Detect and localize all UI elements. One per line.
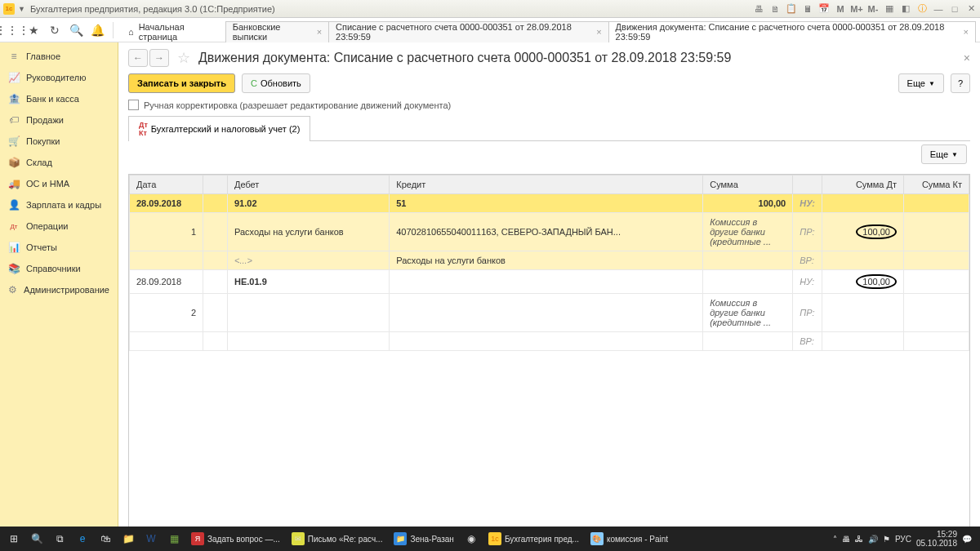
cell-sumdt: 100,00 xyxy=(822,213,904,251)
sidebar-item-label: Зарплата и кадры xyxy=(26,200,101,210)
mail-icon: ✉ xyxy=(292,532,305,545)
taskview-button[interactable]: ⧉ xyxy=(49,528,70,549)
tab-movements[interactable]: Движения документа: Списание с расчетног… xyxy=(608,21,976,42)
maximize-icon[interactable]: □ xyxy=(949,3,960,15)
table-row[interactable]: 2 Комиссия в другие банки (кредитные ...… xyxy=(130,294,969,332)
dropdown-icon[interactable]: ▼ xyxy=(18,5,25,13)
nav-back-button[interactable]: ← xyxy=(128,49,148,67)
cell-date: 28.09.2018 xyxy=(130,270,203,294)
tray-volume-icon[interactable]: 🔊 xyxy=(868,535,878,544)
tray-flag-icon[interactable]: ⚑ xyxy=(883,535,890,544)
sidebar-item-main[interactable]: ≡Главное xyxy=(0,46,118,67)
tray-chevron-icon[interactable]: ˄ xyxy=(833,535,837,544)
table-row[interactable]: 28.09.2018 НЕ.01.9 НУ: 100,00 xyxy=(130,270,969,294)
table-row[interactable]: ВР: xyxy=(130,332,969,351)
tray-lang[interactable]: РУС xyxy=(895,535,911,544)
apps-grid-icon[interactable]: ⋮⋮⋮ xyxy=(5,23,20,38)
refresh-button[interactable]: СОбновить xyxy=(242,73,310,93)
tray-printer-icon[interactable]: 🖶 xyxy=(842,535,850,544)
cell-credit-more: Расходы на услуги банков xyxy=(390,251,703,270)
sidebar-item-warehouse[interactable]: 📦Склад xyxy=(0,152,118,173)
save-close-button[interactable]: Записать и закрыть xyxy=(128,73,235,93)
nav-tabs: ⌂ Начальная страница Банковские выписки … xyxy=(122,18,975,42)
th-sumkt[interactable]: Сумма Кт xyxy=(904,176,969,194)
grid-icon[interactable]: ▦ xyxy=(884,3,895,15)
cell-debit: 91.02 xyxy=(228,194,390,213)
table-row[interactable]: <...> Расходы на услуги банков ВР: xyxy=(130,251,969,270)
store-icon[interactable]: 🛍 xyxy=(95,528,116,549)
search-button[interactable]: 🔍 xyxy=(26,528,47,549)
sidebar-item-manager[interactable]: 📈Руководителю xyxy=(0,67,118,88)
app-icon[interactable]: ▦ xyxy=(163,528,185,549)
sidebar-item-label: Склад xyxy=(26,158,52,167)
task-app[interactable]: ✉Письмо «Re: расч... xyxy=(287,528,388,549)
more-button[interactable]: Еще▼ xyxy=(898,73,944,93)
task-label: Задать вопрос —... xyxy=(207,535,280,544)
task-app[interactable]: 📁Зена-Разан xyxy=(389,528,458,549)
favorite-icon[interactable]: ★ xyxy=(26,23,41,38)
th-credit[interactable]: Кредит xyxy=(390,176,703,194)
tab-close-icon[interactable]: × xyxy=(596,27,601,37)
sidebar-item-admin[interactable]: ⚙Администрирование xyxy=(0,279,118,300)
word-icon[interactable]: W xyxy=(140,528,162,549)
sidebar-item-sales[interactable]: 🏷Продажи xyxy=(0,109,118,131)
panel-icon[interactable]: ◧ xyxy=(900,3,911,15)
titlebar: 1c ▼ Бухгалтерия предприятия, редакция 3… xyxy=(0,0,980,18)
main-toolbar: ⋮⋮⋮ ★ ↻ 🔍 🔔 ⌂ Начальная страница Банковс… xyxy=(0,18,980,42)
tab-writeoff[interactable]: Списание с расчетного счета 0000-000351 … xyxy=(328,21,609,42)
history-icon[interactable]: ↻ xyxy=(47,23,62,38)
tray-network-icon[interactable]: 🖧 xyxy=(855,535,863,544)
sidebar-item-operations[interactable]: ДтОперации xyxy=(0,216,118,237)
table-row[interactable]: 28.09.2018 91.02 51 100,00 НУ: xyxy=(130,194,969,213)
app-logo-icon: 1c xyxy=(3,3,15,15)
help-button[interactable]: ? xyxy=(951,73,970,93)
tray-clock[interactable]: 15:29 05.10.2018 xyxy=(916,530,957,548)
edge-icon[interactable]: e xyxy=(72,528,93,549)
tab-close-icon[interactable]: × xyxy=(964,27,969,37)
info-icon[interactable]: ⓘ xyxy=(916,3,928,15)
nav-forward-button[interactable]: → xyxy=(149,49,169,67)
manual-edit-checkbox[interactable] xyxy=(128,100,139,110)
button-label: Обновить xyxy=(261,78,301,88)
favorite-star-icon[interactable]: ☆ xyxy=(177,49,190,67)
table-row[interactable]: 1 Расходы на услуги банков 4070281065504… xyxy=(130,213,969,251)
tab-bank-statements[interactable]: Банковские выписки × xyxy=(225,21,329,42)
sidebar-item-directories[interactable]: 📚Справочники xyxy=(0,258,118,279)
close-icon[interactable]: ✕ xyxy=(965,3,977,15)
m-icon[interactable]: M xyxy=(835,3,846,15)
tab-home[interactable]: ⌂ Начальная страница xyxy=(122,21,226,42)
calc-icon[interactable]: 🖩 xyxy=(802,3,813,15)
start-button[interactable]: ⊞ xyxy=(3,528,24,549)
doc-icon[interactable]: 🗎 xyxy=(769,3,781,15)
tab-label: Начальная страница xyxy=(139,22,220,42)
sidebar-item-assets[interactable]: 🚚ОС и НМА xyxy=(0,173,118,194)
table-more-button[interactable]: Еще▼ xyxy=(921,144,967,164)
tab-close-icon[interactable]: × xyxy=(317,27,322,37)
sidebar-item-reports[interactable]: 📊Отчеты xyxy=(0,237,118,258)
sidebar-item-purchases[interactable]: 🛒Покупки xyxy=(0,131,118,152)
cell-vr: ВР: xyxy=(793,251,822,270)
th-date[interactable]: Дата xyxy=(130,176,203,194)
th-sumdt[interactable]: Сумма Дт xyxy=(822,176,904,194)
subtab-accounting[interactable]: ДтКт Бухгалтерский и налоговый учет (2) xyxy=(128,116,310,141)
th-debit[interactable]: Дебет xyxy=(228,176,390,194)
task-app[interactable]: 🎨комиссия - Paint xyxy=(586,528,673,549)
chart-icon: 📈 xyxy=(8,72,20,83)
close-document-icon[interactable]: × xyxy=(964,51,970,64)
th-sum[interactable]: Сумма xyxy=(703,176,793,194)
minimize-icon[interactable]: — xyxy=(933,3,944,15)
task-app[interactable]: 1cБухгалтерия пред... xyxy=(483,528,584,549)
chrome-icon[interactable]: ◉ xyxy=(461,528,482,549)
sidebar-item-bank[interactable]: 🏦Банк и касса xyxy=(0,88,118,109)
tray-notifications-icon[interactable]: 💬 xyxy=(962,535,972,544)
task-app[interactable]: ЯЗадать вопрос —... xyxy=(186,528,285,549)
mminus-icon[interactable]: M- xyxy=(867,3,879,15)
explorer-icon[interactable]: 📁 xyxy=(118,528,139,549)
bell-icon[interactable]: 🔔 xyxy=(90,23,105,38)
mplus-icon[interactable]: M+ xyxy=(851,3,862,15)
clipboard-icon[interactable]: 📋 xyxy=(786,3,797,15)
sidebar-item-salary[interactable]: 👤Зарплата и кадры xyxy=(0,194,118,216)
calendar-icon[interactable]: 📅 xyxy=(818,3,830,15)
print-icon[interactable]: 🖶 xyxy=(753,3,764,15)
search-icon[interactable]: 🔍 xyxy=(69,23,83,38)
